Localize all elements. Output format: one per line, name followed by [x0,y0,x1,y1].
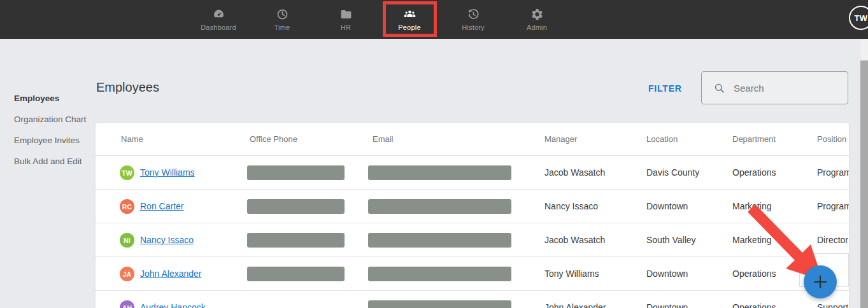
nav-item-admin[interactable]: Admin [505,0,569,39]
employee-avatar: TW [120,165,134,180]
employee-name-link[interactable]: Nancy Issaco [140,235,194,245]
sidebar-item-employees[interactable]: Employees [14,94,59,106]
employee-avatar: JA [120,267,134,281]
employee-avatar: RC [120,199,134,214]
nav-label: People [398,24,420,31]
nav-item-dashboard[interactable]: Dashboard [187,0,250,39]
filter-button[interactable]: FILTER [648,83,682,94]
user-avatar[interactable]: TW [849,6,868,30]
redacted-phone-box [247,199,345,214]
manager-cell: Tony Williams [544,257,599,290]
search-icon [713,82,725,94]
plus-icon [813,274,828,290]
scrollbar-track[interactable] [860,39,868,308]
table-row: NI Nancy Issaco Jacob Wasatch South Vall… [96,223,849,257]
manager-cell: John Alexander [544,291,606,308]
scrollbar-thumb[interactable] [860,60,868,308]
location-cell: Davis County [646,156,699,189]
department-cell: Operations [732,257,776,290]
employees-table: Name Office Phone Email Manager Location… [96,123,849,308]
table-header-row: Name Office Phone Email Manager Location… [96,123,849,156]
location-cell: South Valley [646,223,696,256]
nav-item-hr[interactable]: HR [314,0,378,39]
column-header-manager: Manager [544,123,577,155]
nav-item-people[interactable]: People [378,0,441,39]
gear-icon [530,7,544,21]
employee-name-link[interactable]: John Alexander [140,269,202,279]
sidebar: Employees Organization Chart Employee In… [0,39,96,308]
manager-cell: Jacob Wasatch [544,156,605,189]
table-row: TW Tony Williams Jacob Wasatch Davis Cou… [96,156,849,190]
dashboard-gauge-icon [211,7,225,21]
redacted-phone-box [247,233,345,248]
employee-name-link[interactable]: Audrey Hancock [140,302,206,308]
column-header-email: Email [373,123,394,155]
column-header-position: Position [817,123,849,155]
add-employee-fab[interactable] [804,265,837,298]
column-header-location: Location [646,123,678,155]
manager-cell: Jacob Wasatch [544,223,605,256]
page-title: Employees [96,80,159,95]
table-row: JA John Alexander Tony Williams Downtown… [96,257,849,291]
clock-icon [275,7,289,21]
nav-item-history[interactable]: History [441,0,505,39]
position-cell: Program [817,190,849,223]
column-header-name: Name [121,123,143,155]
top-navbar: Dashboard Time HR People History [0,0,868,39]
position-cell: Director [817,223,849,256]
redacted-phone-box [247,267,345,281]
nav-item-time[interactable]: Time [250,0,314,39]
location-cell: Downtown [646,291,688,308]
table-row: AH Audrey Hancock John Alexander Downtow… [96,291,849,308]
manager-cell: Nancy Issaco [544,190,598,223]
redacted-email-box [368,233,511,248]
department-cell: Marketing [732,223,771,256]
nav-label: HR [341,24,351,31]
main-nav: Dashboard Time HR People History [187,0,569,39]
department-cell: Marketing [732,190,771,223]
employee-avatar: NI [120,233,134,248]
redacted-email-box [368,165,511,180]
table-row: RC Ron Carter Nancy Issaco Downtown Mark… [96,190,849,223]
folder-icon [339,7,353,21]
employee-name-link[interactable]: Ron Carter [140,201,183,211]
sidebar-item-organization-chart[interactable]: Organization Chart [14,115,86,127]
history-clock-icon [466,7,480,21]
redacted-phone-box [247,165,345,180]
position-cell: Program [817,156,849,189]
sidebar-item-bulk-add-edit[interactable]: Bulk Add and Edit [14,157,82,169]
department-cell: Operations [732,156,776,189]
employee-avatar: AH [120,300,134,308]
redacted-email-box [368,300,511,308]
nav-label: History [462,24,485,31]
nav-label: Admin [527,24,547,31]
column-header-phone: Office Phone [250,123,297,155]
location-cell: Downtown [646,257,688,290]
redacted-email-box [368,267,511,281]
redacted-email-box [368,199,511,214]
department-cell: Operations [732,291,776,308]
location-cell: Downtown [646,190,688,223]
column-header-department: Department [732,123,776,155]
search-input[interactable] [734,83,836,94]
nav-label: Dashboard [201,24,236,31]
people-group-icon [402,7,416,21]
nav-label: Time [274,24,290,31]
sidebar-item-employee-invites[interactable]: Employee Invites [14,136,80,148]
employee-name-link[interactable]: Tony Williams [140,167,195,178]
search-box[interactable] [701,71,848,104]
